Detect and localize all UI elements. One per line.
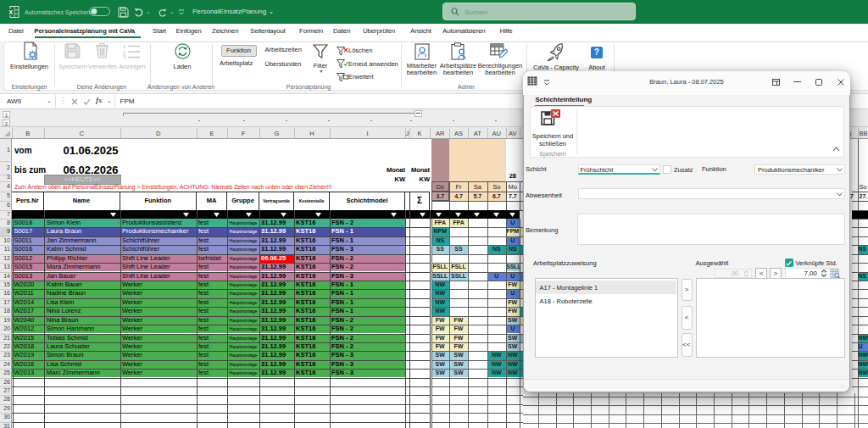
svg-text:X: X	[8, 8, 13, 16]
svg-text:1: 1	[123, 44, 126, 49]
svg-text:3: 3	[123, 54, 126, 58]
